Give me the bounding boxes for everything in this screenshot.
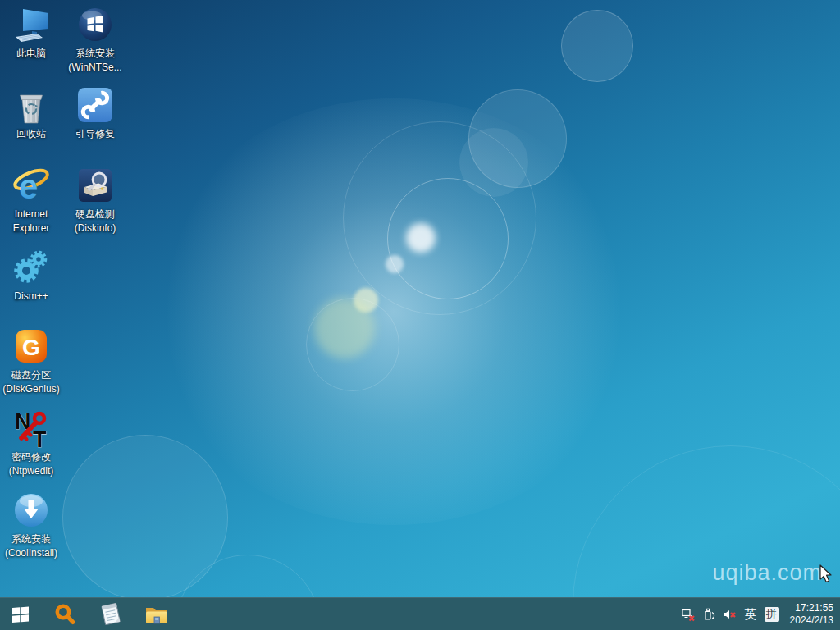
flare-ring <box>573 445 840 597</box>
desktop-icon-label: 回收站 <box>16 127 46 141</box>
svg-text:T: T <box>33 427 47 448</box>
flare-spot <box>354 288 378 313</box>
search-button[interactable] <box>46 598 84 630</box>
lens-flare-glow <box>148 98 640 525</box>
notepad-icon <box>99 602 122 626</box>
desktop-icon-label: (DiskGenius) <box>2 382 59 396</box>
file-explorer-button[interactable] <box>138 598 176 630</box>
flare-circle <box>459 128 528 197</box>
taskbar: 英 拼 17:21:55 2024/2/13 <box>0 597 840 630</box>
flare-circle <box>468 89 567 188</box>
desktop-icon-boot-repair[interactable]: 引导修复 <box>64 85 126 141</box>
desktop-icon-winntsetup[interactable]: 系统安装 (WinNTSe... <box>64 5 126 75</box>
desktop-icon-ntpwedit[interactable]: N T 密码修改 (Ntpwedit) <box>0 409 62 478</box>
boot-repair-wrench-icon <box>77 85 113 125</box>
desktop-icon-label: Explorer <box>13 221 50 235</box>
desktop-icon-label: (WinNTSe... <box>68 61 121 75</box>
taskbar-clock[interactable]: 17:21:55 2024/2/13 <box>785 602 833 627</box>
desktop-icon-label: 磁盘分区 <box>11 368 51 382</box>
search-icon <box>53 603 76 626</box>
desktop-icon-label: 硬盘检测 <box>75 208 115 221</box>
desktop-icon-coolinstall[interactable]: 系统安装 (CoolInstall) <box>0 491 62 560</box>
flare-blob <box>314 298 375 358</box>
dism-gears-icon <box>12 248 50 287</box>
notepad-button[interactable] <box>92 598 130 630</box>
flare-spot <box>406 223 436 253</box>
usb-eject-icon[interactable] <box>702 598 717 630</box>
desktop-icon-label: Dism++ <box>14 290 48 304</box>
desktop-icon-diskgenius[interactable]: G 磁盘分区 (DiskGenius) <box>0 326 62 396</box>
clock-time: 17:21:55 <box>790 602 833 614</box>
ntpwedit-key-icon: N T <box>12 409 50 448</box>
desktop-icon-label: 系统安装 <box>75 47 115 61</box>
wallpaper-watermark: uqiba.com <box>712 560 822 586</box>
this-pc-icon <box>12 5 50 44</box>
flare-circle <box>62 435 228 597</box>
windows-logo-icon <box>11 605 30 623</box>
volume-muted-icon[interactable] <box>723 598 737 630</box>
svg-text:G: G <box>22 335 40 360</box>
desktop-icon-label: 系统安装 <box>11 532 51 546</box>
desktop-icon-label: (Ntpwedit) <box>9 464 54 478</box>
system-tray: 英 拼 17:21:55 2024/2/13 <box>682 598 840 630</box>
flare-circle <box>561 10 633 82</box>
desktop-icon-dism[interactable]: Dism++ <box>0 248 62 304</box>
desktop-icon-diskinfo[interactable]: 硬盘检测 (Diskinfo) <box>64 166 126 235</box>
flare-spot <box>386 255 404 273</box>
desktop-icon-label: 密码修改 <box>11 450 51 464</box>
desktop-icon-this-pc[interactable]: 此电脑 <box>0 5 62 61</box>
ime-mode-indicator[interactable]: 拼 <box>765 607 779 622</box>
desktop-icon-label: Internet <box>15 208 48 221</box>
internet-explorer-icon: e <box>11 166 51 205</box>
network-disconnected-icon[interactable] <box>682 598 696 630</box>
folder-icon <box>144 605 169 624</box>
svg-text:e: e <box>19 167 38 204</box>
desktop-icon-recycle-bin[interactable]: 回收站 <box>0 85 62 141</box>
winntsetup-icon <box>77 5 113 44</box>
recycle-bin-icon <box>15 85 48 125</box>
diskgenius-icon: G <box>13 326 49 366</box>
desktop-icon-label: (CoolInstall) <box>5 546 57 560</box>
desktop: 此电脑 回收站 e <box>0 0 840 597</box>
start-button[interactable] <box>2 598 39 630</box>
desktop-icon-internet-explorer[interactable]: e Internet Explorer <box>0 166 62 235</box>
flare-ring <box>343 121 536 315</box>
desktop-icon-label: 此电脑 <box>16 47 46 61</box>
desktop-icon-label: (Diskinfo) <box>75 221 116 235</box>
flare-ring <box>387 178 509 299</box>
coolinstall-download-icon <box>13 491 49 530</box>
flare-ring <box>175 555 321 597</box>
clock-date: 2024/2/13 <box>790 614 833 627</box>
desktop-icon-label: 引导修复 <box>75 127 115 141</box>
flare-ring <box>306 298 399 391</box>
diskinfo-icon <box>77 166 113 205</box>
ime-language-indicator[interactable]: 英 <box>743 607 759 623</box>
